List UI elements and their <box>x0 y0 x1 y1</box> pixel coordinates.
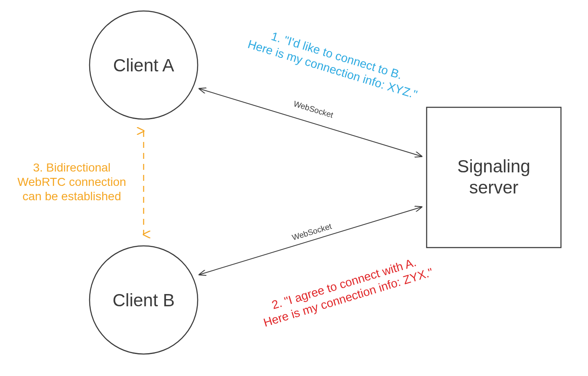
step3-line2: WebRTC connection <box>17 175 126 188</box>
diagram: Client A Client B Signaling server WebSo… <box>0 0 588 376</box>
step3-line1: 3. Bidirectional <box>33 161 111 174</box>
client-b-label: Client B <box>112 290 174 310</box>
server-label-2: server <box>469 177 519 197</box>
client-a-label: Client A <box>113 55 174 75</box>
step3-line3: can be established <box>22 190 121 203</box>
websocket-a-label: WebSocket <box>293 99 335 120</box>
step-1-annotation: 1. "I'd like to connect to B. Here is my… <box>246 24 423 101</box>
step-2-annotation: 2. "I agree to connect with A. Here is m… <box>258 252 435 330</box>
server-label-1: Signaling <box>457 156 531 176</box>
step-3-annotation: 3. Bidirectional WebRTC connection can b… <box>17 161 126 203</box>
client-a-server-arrow <box>199 89 422 156</box>
websocket-b-label: WebSocket <box>291 221 333 242</box>
